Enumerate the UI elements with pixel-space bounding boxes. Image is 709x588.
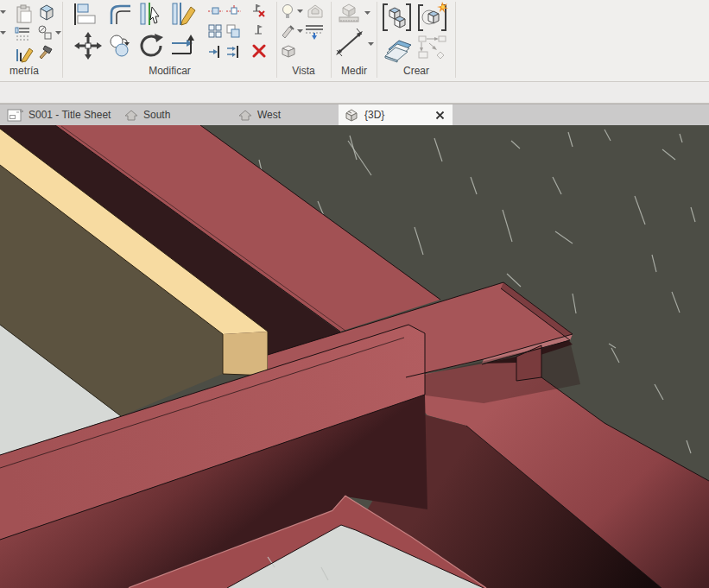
measure-dimension-icon[interactable]: [335, 27, 364, 58]
view-tab-south[interactable]: South: [119, 104, 175, 125]
panel-label-vista: Vista: [277, 65, 330, 78]
dropdown-caret-icon[interactable]: [55, 30, 62, 35]
default-3d-view-icon[interactable]: [307, 3, 325, 19]
lightbulb-icon[interactable]: [281, 3, 295, 19]
view-tab-3d[interactable]: {3D}: [339, 104, 453, 125]
revit-window: { "ribbon": { "panels": [ {"id": "geomet…: [0, 0, 709, 588]
section-box-icon[interactable]: [281, 44, 296, 59]
linework-icon[interactable]: [15, 45, 34, 63]
corner-trim-icon[interactable]: [170, 33, 198, 59]
dropdown-caret-icon[interactable]: [364, 10, 371, 16]
panel-label-modificar: Modificar: [65, 65, 275, 78]
sheet-icon: [7, 108, 23, 123]
dropdown-caret-icon[interactable]: [368, 41, 375, 47]
panel-label-medir: Medir: [332, 65, 377, 78]
elevation-icon: [238, 109, 252, 122]
split-gap-icon[interactable]: [226, 4, 241, 17]
array-grid-icon[interactable]: [208, 24, 223, 38]
create-similar-icon[interactable]: [416, 2, 448, 32]
view-tab-sheet[interactable]: S001 - Title Sheet: [2, 104, 116, 125]
3d-viewport[interactable]: [0, 125, 709, 588]
measure-cube-icon[interactable]: [337, 3, 361, 23]
panel-label-crear: Crear: [377, 65, 455, 78]
rotate-icon[interactable]: [137, 32, 166, 60]
create-parts-icon[interactable]: [418, 35, 446, 60]
view-tab-label: South: [143, 109, 170, 121]
trim-extend-edit-icon[interactable]: [170, 2, 198, 27]
copy-icon[interactable]: [107, 34, 133, 58]
pin-unpin-icon[interactable]: [251, 3, 266, 17]
view-tab-label: S001 - Title Sheet: [28, 109, 111, 121]
paste-icon[interactable]: [15, 4, 34, 24]
delete-icon[interactable]: [252, 44, 266, 58]
dropdown-caret-icon[interactable]: [0, 9, 7, 15]
create-group-icon[interactable]: [382, 3, 412, 32]
move-icon[interactable]: [74, 32, 102, 60]
close-icon[interactable]: [435, 111, 445, 120]
dropdown-caret-icon[interactable]: [297, 9, 304, 14]
view3d-icon: [344, 108, 359, 123]
trim-extend-icon[interactable]: [138, 2, 166, 27]
demolish-hammer-icon[interactable]: [37, 44, 54, 60]
scale-box-icon[interactable]: [226, 24, 241, 38]
split-element-icon[interactable]: [208, 4, 223, 17]
unjoin-icon[interactable]: [37, 25, 53, 41]
view-tab-bar: S001 - Title Sheet South West {3D}: [0, 104, 709, 125]
offset-icon[interactable]: [107, 3, 133, 26]
paintbrush-icon[interactable]: [281, 23, 295, 39]
elevation-icon: [124, 109, 138, 122]
view-tab-label: {3D}: [364, 109, 384, 121]
dropdown-caret-icon[interactable]: [297, 28, 304, 34]
pin-icon[interactable]: [252, 23, 265, 37]
panel-separator: [455, 2, 456, 78]
align-offset-icon[interactable]: [226, 45, 241, 59]
panel-label-geometria: metría: [0, 65, 48, 78]
dropdown-caret-icon[interactable]: [0, 30, 7, 35]
cut-geometry-icon[interactable]: [38, 3, 55, 22]
ribbon: metría: [0, 0, 709, 82]
underlay-arrow-icon[interactable]: [305, 23, 324, 40]
view-tab-west[interactable]: West: [233, 104, 286, 125]
panel-separator: [62, 2, 63, 78]
align-icon[interactable]: [73, 3, 98, 26]
view-tab-label: West: [257, 109, 281, 121]
align-end-icon[interactable]: [208, 45, 223, 59]
options-bar: [0, 82, 709, 104]
join-icon[interactable]: [15, 27, 30, 41]
wood-joist-end: [223, 332, 268, 376]
create-assembly-icon[interactable]: [383, 34, 415, 63]
